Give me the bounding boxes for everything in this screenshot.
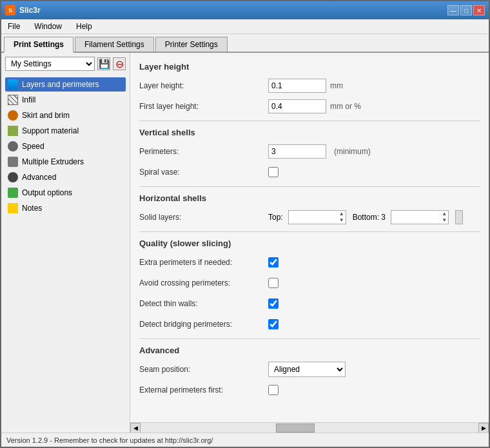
perimeters-input-group: (minimum) bbox=[268, 144, 371, 159]
external-perimeters-row: External perimeters first: bbox=[139, 382, 480, 398]
extra-perimeters-checkbox[interactable] bbox=[268, 257, 279, 268]
divider-3 bbox=[139, 231, 480, 232]
layer-height-label: Layer height: bbox=[139, 81, 268, 90]
tabs-bar: Print Settings Filament Settings Printer… bbox=[1, 34, 489, 53]
bottom-layers-label: Bottom: 3 bbox=[353, 213, 386, 222]
sidebar-item-speed[interactable]: Speed bbox=[5, 139, 126, 153]
solid-layers-label: Solid layers: bbox=[139, 209, 268, 225]
scroll-left-button[interactable]: ◀ bbox=[130, 423, 141, 433]
sidebar-item-notes[interactable]: Notes bbox=[5, 201, 126, 215]
layer-height-section-title: Layer height bbox=[139, 62, 480, 72]
tab-printer-settings[interactable]: Printer Settings bbox=[155, 37, 228, 52]
bottom-layers-spinner: ▲ ▼ bbox=[391, 210, 449, 224]
layer-height-unit: mm bbox=[330, 81, 343, 90]
sidebar: My Settings 💾 ⊖ Layers and perimeters In… bbox=[1, 53, 130, 433]
spinner-arrows: ▲ ▼ bbox=[339, 211, 344, 224]
output-icon bbox=[8, 188, 18, 198]
extra-perimeters-row: Extra perimeters if needed: bbox=[139, 255, 480, 270]
maximize-button[interactable]: □ bbox=[460, 5, 472, 15]
sidebar-item-multiple-extruders[interactable]: Multiple Extruders bbox=[5, 155, 126, 169]
menu-window[interactable]: Window bbox=[30, 21, 66, 32]
external-perimeters-label: External perimeters first: bbox=[139, 385, 268, 394]
sidebar-item-label: Skirt and brim bbox=[22, 111, 70, 120]
sidebar-item-skirt-brim[interactable]: Skirt and brim bbox=[5, 108, 126, 122]
divider-1 bbox=[139, 121, 480, 121]
sidebar-item-support-material[interactable]: Support material bbox=[5, 124, 126, 138]
top-layers-up[interactable]: ▲ bbox=[339, 211, 344, 217]
extruder-icon bbox=[8, 157, 18, 167]
first-layer-height-label: First layer height: bbox=[139, 102, 268, 111]
advanced-section-title: Advanced bbox=[139, 346, 480, 355]
divider-2 bbox=[139, 186, 480, 187]
external-perimeters-checkbox[interactable] bbox=[268, 385, 279, 395]
sidebar-item-label: Multiple Extruders bbox=[22, 157, 84, 166]
advanced-icon bbox=[8, 172, 18, 182]
spiral-vase-checkbox[interactable] bbox=[268, 167, 279, 177]
sidebar-item-output-options[interactable]: Output options bbox=[5, 186, 126, 200]
app-icon: S bbox=[5, 5, 15, 15]
spinner-scrollbar[interactable] bbox=[455, 210, 463, 224]
bottom-layers-up[interactable]: ▲ bbox=[442, 211, 447, 217]
scroll-right-button[interactable]: ▶ bbox=[478, 423, 489, 433]
extra-perimeters-label: Extra perimeters if needed: bbox=[139, 258, 268, 267]
perimeters-row: Perimeters: (minimum) bbox=[139, 144, 480, 159]
quality-section-title: Quality (slower slicing) bbox=[139, 239, 480, 248]
menubar: File Window Help bbox=[1, 19, 489, 34]
spiral-vase-row: Spiral vase: bbox=[139, 164, 480, 180]
scroll-thumb[interactable] bbox=[276, 424, 315, 433]
sidebar-item-label: Output options bbox=[22, 188, 72, 197]
content-area: Layer height Layer height: mm First laye… bbox=[130, 53, 489, 433]
scroll-track bbox=[141, 423, 478, 433]
layer-height-input[interactable] bbox=[268, 79, 326, 93]
window-title: Slic3r bbox=[19, 6, 41, 15]
detect-bridging-checkbox[interactable] bbox=[268, 319, 279, 329]
seam-position-label: Seam position: bbox=[139, 365, 268, 374]
sidebar-item-label: Advanced bbox=[22, 173, 56, 182]
vertical-shells-section-title: Vertical shells bbox=[139, 128, 480, 137]
avoid-crossing-checkbox[interactable] bbox=[268, 278, 279, 288]
preset-select[interactable]: My Settings bbox=[5, 57, 95, 71]
bottom-spinner-arrows: ▲ ▼ bbox=[442, 211, 447, 224]
top-layers-down[interactable]: ▼ bbox=[339, 217, 344, 224]
tab-print-settings[interactable]: Print Settings bbox=[4, 37, 74, 53]
perimeters-label: Perimeters: bbox=[139, 147, 268, 156]
close-button[interactable]: ✕ bbox=[473, 5, 485, 15]
detect-bridging-label: Detect bridging perimeters: bbox=[139, 320, 268, 329]
title-bar-left: S Slic3r bbox=[5, 5, 41, 15]
avoid-crossing-row: Avoid crossing perimeters: bbox=[139, 275, 480, 291]
main-window: S Slic3r — □ ✕ File Window Help Print Se… bbox=[0, 0, 490, 448]
status-text: Version 1.2.9 - Remember to check for up… bbox=[6, 436, 213, 444]
sidebar-item-advanced[interactable]: Advanced bbox=[5, 170, 126, 184]
divider-4 bbox=[139, 338, 480, 339]
sidebar-item-infill[interactable]: Infill bbox=[5, 93, 126, 107]
bottom-layers-group: Bottom: 3 ▲ ▼ bbox=[353, 210, 449, 224]
sidebar-item-label: Infill bbox=[22, 95, 35, 104]
tab-filament-settings[interactable]: Filament Settings bbox=[75, 37, 154, 52]
horizontal-scrollbar: ◀ ▶ bbox=[130, 422, 489, 433]
solid-layers-inputs: Top: ▲ ▼ Bottom: 3 bbox=[268, 209, 480, 225]
perimeters-unit: (minimum) bbox=[334, 147, 371, 156]
minimize-button[interactable]: — bbox=[447, 5, 459, 15]
sidebar-item-layers-perimeters[interactable]: Layers and perimeters bbox=[5, 77, 126, 92]
title-bar: S Slic3r — □ ✕ bbox=[1, 1, 489, 19]
bottom-layers-down[interactable]: ▼ bbox=[442, 217, 447, 224]
first-layer-height-input[interactable] bbox=[268, 99, 326, 113]
save-preset-button[interactable]: 💾 bbox=[97, 57, 110, 70]
menu-help[interactable]: Help bbox=[72, 21, 96, 32]
seam-position-select[interactable]: Aligned Nearest Random bbox=[268, 362, 346, 377]
perimeters-input[interactable] bbox=[268, 144, 326, 159]
title-controls: — □ ✕ bbox=[447, 5, 485, 15]
detect-thin-walls-row: Detect thin walls: bbox=[139, 296, 480, 311]
menu-file[interactable]: File bbox=[4, 21, 24, 32]
infill-icon bbox=[8, 95, 18, 105]
preset-row: My Settings 💾 ⊖ bbox=[5, 57, 126, 71]
detect-bridging-row: Detect bridging perimeters: bbox=[139, 317, 480, 332]
content-panel: Layer height Layer height: mm First laye… bbox=[130, 53, 489, 422]
speed-icon bbox=[8, 141, 18, 151]
delete-preset-button[interactable]: ⊖ bbox=[113, 57, 126, 70]
sidebar-item-label: Notes bbox=[22, 204, 42, 213]
detect-thin-walls-checkbox[interactable] bbox=[268, 298, 279, 309]
first-layer-height-row: First layer height: mm or % bbox=[139, 99, 480, 114]
top-layers-label: Top: bbox=[268, 213, 283, 222]
sidebar-item-label: Layers and perimeters bbox=[22, 80, 99, 89]
